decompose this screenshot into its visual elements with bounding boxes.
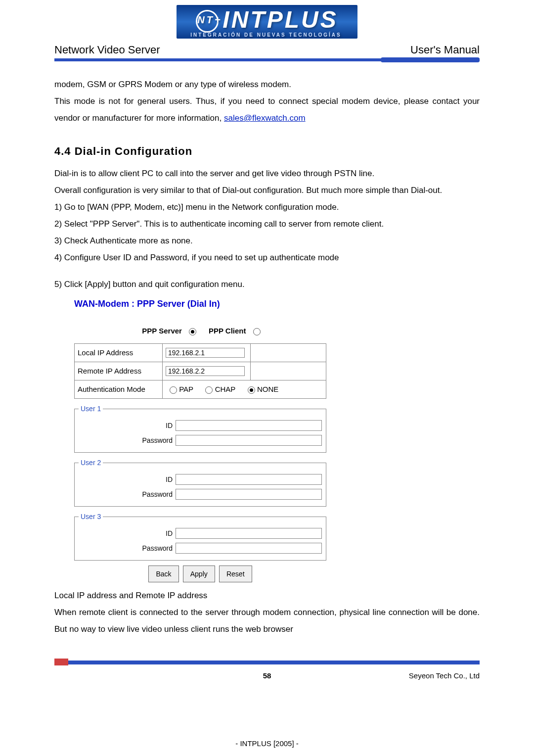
user-1-box: User 1 ID Password [74,402,326,453]
user-1-legend: User 1 [79,402,103,416]
after-paragraph: When remote client is connected to the s… [54,604,480,638]
auth-none-radio[interactable] [248,386,255,394]
auth-pap-radio[interactable] [170,386,177,394]
step-2: 2) Select "PPP Server". This is to authe… [54,216,480,233]
user-3-box: User 3 ID Password [74,510,326,561]
user-3-pw-input[interactable] [176,543,322,554]
user-2-legend: User 2 [79,456,103,470]
remote-ip-label: Remote IP Address [75,362,163,380]
contact-email-link[interactable]: sales@flexwatch.com [224,113,306,123]
config-panel: WAN-Modem : PPP Server (Dial In) PPP Ser… [74,295,326,582]
step-3: 3) Check Authenticate more as none. [54,233,480,249]
user-1-pw-label: Password [79,433,176,447]
local-ip-input[interactable] [166,348,245,358]
copyright: - INTPLUS [2005] - [0,739,534,748]
step-1: 1) Go to [WAN (PPP, Modem, etc)] menu in… [54,199,480,216]
panel-title: WAN-Modem : PPP Server (Dial In) [74,295,326,313]
user-1-pw-input[interactable] [176,435,322,446]
step-5: 5) Click [Apply] button and quit configu… [54,276,480,293]
logo-badge-icon: NT+ [196,10,219,33]
user-2-id-input[interactable] [176,474,322,485]
auth-mode-label: Authentication Mode [75,380,163,399]
subheading-ip: Local IP address and Remote IP address [54,587,480,604]
user-2-pw-label: Password [79,487,176,501]
apply-button[interactable]: Apply [183,566,215,582]
user-3-id-input[interactable] [176,528,322,539]
section-heading: 4.4 Dial-in Configuration [54,141,480,162]
auth-none-label: NONE [257,385,278,393]
auth-chap-radio[interactable] [205,386,213,394]
ppp-server-label: PPP Server [142,327,182,335]
auth-pap-label: PAP [179,385,193,393]
ppp-server-radio[interactable] [189,328,196,335]
intro-line-2: This mode is not for general users. Thus… [54,93,480,127]
remote-ip-input[interactable] [166,366,245,376]
doc-title-left: Network Video Server [54,44,160,56]
step-4: 4) Configure User ID and Password, if yo… [54,249,480,266]
user-1-id-input[interactable] [176,420,322,431]
page-number: 58 [263,671,271,680]
user-3-id-label: ID [79,526,176,540]
ppp-client-radio[interactable] [253,328,261,335]
user-1-id-label: ID [79,419,176,432]
auth-chap-label: CHAP [215,385,235,393]
reset-button[interactable]: Reset [219,566,252,582]
doc-title-right: User's Manual [410,44,480,56]
section-p1: Dial-in is to allow client PC to call in… [54,165,480,182]
user-3-legend: User 3 [79,510,103,523]
header-divider [54,58,480,61]
user-2-id-label: ID [79,472,176,486]
user-2-pw-input[interactable] [176,489,322,500]
intro-line-1: modem, GSM or GPRS Modem or any type of … [54,76,480,93]
user-3-pw-label: Password [79,541,176,555]
brand-logo: NT+INTPLUS INTEGRACIÓN DE NUEVAS TECNOLO… [0,0,534,39]
back-button[interactable]: Back [148,566,178,582]
local-ip-label: Local IP Address [75,344,163,362]
ppp-client-label: PPP Client [209,327,246,335]
user-2-box: User 2 ID Password [74,456,326,507]
company-name: Seyeon Tech Co., Ltd [409,671,480,680]
footer-divider [54,658,480,666]
section-p2: Overall configuration is very similar to… [54,182,480,199]
